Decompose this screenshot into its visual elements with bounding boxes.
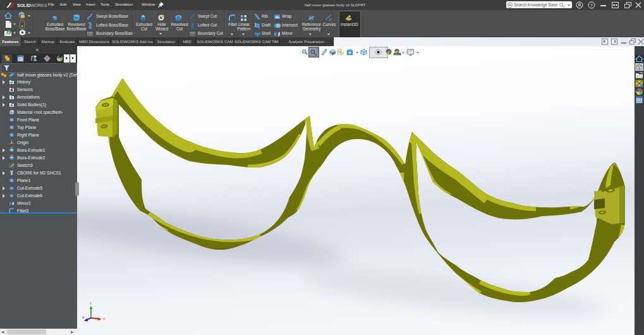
svg-text:y: y bbox=[90, 301, 92, 305]
svg-text:ab: ab bbox=[275, 15, 279, 19]
svg-text:x: x bbox=[103, 317, 105, 320]
svg-text:z: z bbox=[82, 315, 84, 319]
svg-text:WORKS: WORKS bbox=[30, 3, 47, 8]
svg-text:?: ? bbox=[590, 3, 593, 8]
svg-text:SOLID: SOLID bbox=[17, 3, 30, 8]
